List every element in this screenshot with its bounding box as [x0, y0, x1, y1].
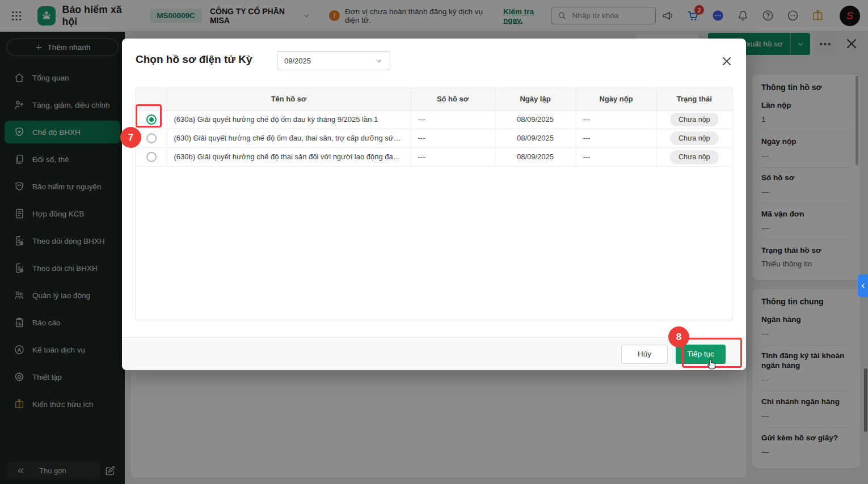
col-header-name: Tên hồ sơ [167, 88, 411, 110]
table-row[interactable]: (630) Giải quyết hưởng chế độ ốm đau, th… [136, 129, 732, 147]
col-header-submitted: Ngày nộp [576, 88, 656, 110]
table-row[interactable]: (630a) Giải quyết hưởng chế độ ốm đau kỳ… [136, 110, 732, 129]
table-row[interactable]: (630b) Giải quyết hưởng chế độ thai sản … [136, 147, 732, 166]
close-dialog-icon[interactable] [720, 54, 734, 68]
col-header-status: Trạng thái [656, 88, 732, 110]
record-name-cell: (630a) Giải quyết hưởng chế độ ốm đau kỳ… [167, 110, 411, 129]
cancel-button[interactable]: Hủy [621, 345, 668, 364]
record-name-cell: (630) Giải quyết hưởng chế độ ốm đau, th… [167, 129, 411, 147]
record-number-cell: --- [411, 147, 495, 166]
status-badge: Chưa nộp [670, 113, 719, 126]
dialog-footer: Hủy Tiếp tục [122, 337, 746, 370]
submitted-date-cell: --- [576, 147, 656, 166]
record-name-cell: (630b) Giải quyết hưởng chế độ thai sản … [167, 147, 411, 166]
radio-button[interactable] [146, 152, 157, 162]
chevron-left-icon [859, 282, 867, 290]
radio-button[interactable] [146, 133, 157, 143]
step-7-marker: 7 [120, 127, 141, 148]
chevron-down-icon [374, 57, 383, 65]
status-badge: Chưa nộp [670, 131, 719, 145]
records-table: Tên hồ sơ Số hồ sơ Ngày lập Ngày nộp Trạ… [136, 88, 732, 320]
table-header-row: Tên hồ sơ Số hồ sơ Ngày lập Ngày nộp Trạ… [136, 88, 732, 110]
mouse-cursor-icon [706, 356, 719, 372]
record-number-cell: --- [411, 110, 495, 129]
collapse-panel-tab[interactable] [858, 274, 868, 297]
created-date-cell: 08/09/2025 [495, 110, 576, 129]
submitted-date-cell: --- [576, 110, 656, 129]
step-8-marker: 8 [668, 326, 689, 347]
created-date-cell: 08/09/2025 [495, 129, 576, 147]
period-select[interactable]: 09/2025 [277, 51, 390, 70]
period-value: 09/2025 [284, 57, 311, 65]
created-date-cell: 08/09/2025 [495, 147, 576, 166]
col-header-number: Số hồ sơ [411, 88, 495, 110]
step-7-highlight-box [136, 104, 162, 128]
status-badge: Chưa nộp [670, 150, 719, 164]
submitted-date-cell: --- [576, 129, 656, 147]
dialog-title: Chọn hồ sơ điện tử Kỳ [136, 53, 252, 66]
col-header-created: Ngày lập [495, 88, 576, 110]
record-number-cell: --- [411, 129, 495, 147]
choose-record-dialog: Chọn hồ sơ điện tử Kỳ 09/2025 Tên hồ sơ … [122, 39, 746, 370]
